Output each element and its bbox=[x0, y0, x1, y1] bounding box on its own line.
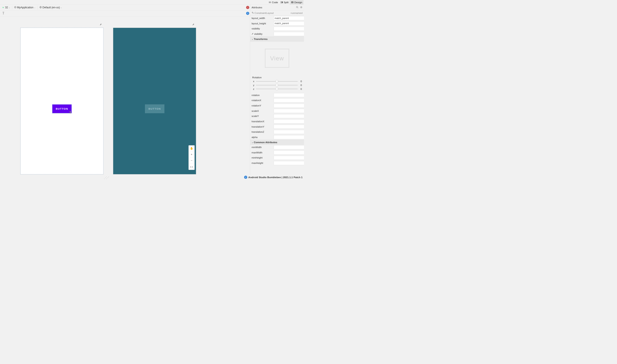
design-subtoolbar bbox=[0, 11, 250, 16]
pan-button[interactable]: ✋ bbox=[189, 145, 195, 152]
attributes-header: Attributes bbox=[250, 5, 304, 11]
status-text: Android Studio Bumblebee | 2021.1.1 Patc… bbox=[248, 176, 302, 179]
view-preview-box: View bbox=[265, 49, 289, 68]
split-icon bbox=[280, 1, 283, 3]
scaley-input[interactable] bbox=[274, 114, 304, 118]
transforms-section-header[interactable]: ⌄ Transforms bbox=[250, 37, 304, 41]
attr-label: layout_width bbox=[252, 17, 273, 20]
attr-label: minWidth bbox=[252, 146, 273, 149]
attr-label: visibility bbox=[252, 27, 273, 30]
rotationx-input[interactable] bbox=[274, 98, 304, 103]
tab-code[interactable]: Code bbox=[267, 0, 279, 4]
transform-preview: View bbox=[250, 41, 304, 75]
locale-selector[interactable]: Default (en-us) ⌄ bbox=[39, 6, 63, 9]
layout-height-input[interactable] bbox=[274, 22, 304, 26]
info-icon[interactable]: i bbox=[244, 176, 247, 179]
minwidth-input[interactable] bbox=[274, 145, 304, 149]
view-mode-tabs: Code Split Design bbox=[0, 0, 304, 5]
app-name: MyApplication bbox=[17, 6, 34, 9]
attr-label: visibility bbox=[254, 32, 262, 35]
tab-design[interactable]: Design bbox=[290, 0, 303, 4]
tools-visibility-input[interactable] bbox=[274, 32, 304, 36]
tab-design-label: Design bbox=[294, 1, 302, 4]
rotation-y-slider[interactable]: y 0 bbox=[252, 84, 302, 87]
tab-code-label: Code bbox=[272, 1, 278, 4]
attr-label: maxWidth bbox=[252, 151, 273, 154]
search-icon[interactable] bbox=[296, 6, 299, 9]
rotation-x-slider[interactable]: x 0 bbox=[252, 80, 302, 83]
attr-label: minHeight bbox=[252, 156, 273, 159]
tab-split[interactable]: Split bbox=[279, 0, 290, 4]
attr-label: translationY bbox=[252, 125, 273, 128]
minheight-input[interactable] bbox=[274, 156, 304, 160]
globe-icon bbox=[40, 6, 42, 9]
translationz-input[interactable] bbox=[274, 130, 304, 134]
svg-point-6 bbox=[14, 6, 16, 8]
design-icon bbox=[291, 1, 294, 3]
rotation-z-slider[interactable]: z 0 bbox=[252, 88, 302, 91]
status-bar: i Android Studio Bumblebee | 2021.1.1 Pa… bbox=[0, 175, 304, 180]
attr-label: scaleX bbox=[252, 109, 273, 112]
canvas-button-blueprint[interactable]: BUTTON bbox=[145, 104, 164, 113]
rotationy-input[interactable] bbox=[274, 104, 304, 108]
chevron-down-icon: ⌄ bbox=[252, 38, 253, 40]
attr-label: scaleY bbox=[252, 115, 273, 117]
device-preview-blueprint[interactable] bbox=[113, 28, 196, 174]
translationx-input[interactable] bbox=[274, 119, 304, 124]
translationy-input[interactable] bbox=[274, 125, 304, 129]
alpha-input[interactable] bbox=[274, 135, 304, 139]
zoom-in-button[interactable]: + bbox=[189, 152, 195, 158]
wrench-icon bbox=[252, 32, 254, 35]
chevron-down-icon: ⌄ bbox=[34, 6, 35, 9]
android-icon bbox=[2, 6, 4, 9]
attr-label: layout_height bbox=[252, 22, 273, 25]
target-icon bbox=[14, 6, 16, 9]
api-selector[interactable]: 32 ⌄ bbox=[1, 6, 11, 10]
svg-point-4 bbox=[3, 7, 3, 8]
wrench-icon[interactable] bbox=[100, 23, 102, 26]
attr-tools-visibility: visibility ▾ bbox=[250, 31, 304, 37]
svg-rect-9 bbox=[70, 112, 71, 113]
svg-rect-0 bbox=[281, 1, 281, 3]
layout-id: <unnamed bbox=[290, 12, 302, 14]
warning-badge[interactable]: ! bbox=[246, 6, 249, 9]
attributes-breadcrumb: ConstraintLayout <unnamed bbox=[250, 11, 304, 16]
attr-label: rotationY bbox=[252, 104, 273, 107]
design-toolbar: 32 ⌄ MyApplication ⌄ Default (en-us) ⌄ bbox=[0, 5, 250, 11]
zoom-controls: ✋ + − 1:1 bbox=[188, 145, 195, 170]
attr-label: translationX bbox=[252, 120, 273, 123]
attributes-title: Attributes bbox=[252, 6, 262, 9]
app-selector[interactable]: MyApplication ⌄ bbox=[14, 6, 36, 9]
attr-visibility: visibility ▾ bbox=[250, 26, 304, 31]
chevron-down-icon: ⌄ bbox=[60, 6, 62, 9]
canvas-button-light[interactable]: BUTTON bbox=[52, 104, 72, 113]
zoom-actual-button[interactable]: 1:1 bbox=[189, 164, 195, 170]
chevron-down-icon: ⌄ bbox=[9, 6, 10, 9]
attr-layout-height: layout_height ▾ bbox=[250, 21, 304, 26]
svg-point-10 bbox=[296, 6, 298, 8]
layout-width-input[interactable] bbox=[274, 16, 304, 20]
rotation-controls: Rotation x 0 y 0 z 0 bbox=[250, 75, 304, 93]
wrench-icon[interactable] bbox=[192, 23, 195, 26]
gear-icon[interactable] bbox=[300, 6, 302, 9]
scalex-input[interactable] bbox=[274, 109, 304, 113]
svg-point-7 bbox=[15, 7, 16, 8]
autoconnect-icon[interactable] bbox=[2, 12, 5, 15]
tab-split-label: Split bbox=[284, 1, 289, 4]
attr-label: rotation bbox=[252, 94, 273, 96]
rotation-input[interactable] bbox=[274, 93, 304, 97]
api-level: 32 bbox=[5, 6, 8, 9]
attributes-panel: Attributes ConstraintLayout <unnamed lay… bbox=[250, 5, 304, 175]
visibility-input[interactable] bbox=[274, 27, 304, 31]
attr-label: rotationX bbox=[252, 99, 273, 102]
device-preview-light[interactable] bbox=[21, 28, 103, 174]
common-attributes-header[interactable]: ⌄ Common Attributes bbox=[250, 140, 304, 145]
attr-label: alpha bbox=[252, 136, 273, 139]
zoom-out-button[interactable]: − bbox=[189, 158, 195, 164]
help-badge[interactable]: ? bbox=[246, 12, 249, 15]
locale-label: Default (en-us) bbox=[42, 6, 60, 9]
design-canvas[interactable]: BUTTON BUTTON ⋰⋰ ✋ + − 1:1 bbox=[0, 16, 250, 175]
chevron-down-icon: ⌄ bbox=[252, 141, 253, 143]
maxwidth-input[interactable] bbox=[274, 151, 304, 155]
maxheight-input[interactable] bbox=[274, 161, 304, 165]
